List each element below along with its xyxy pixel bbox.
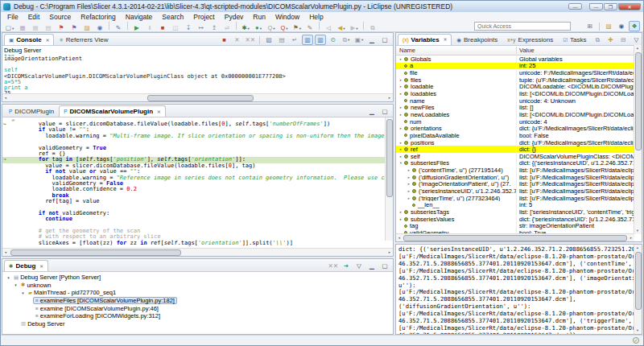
restore-window-button[interactable]: ❐ [604, 3, 617, 10]
connect-debugger-button[interactable]: ➜ [341, 261, 352, 271]
editor-tab-dicomplugin[interactable]: PDICOMPlugin [4, 105, 59, 117]
tree-expand-icon[interactable]: ▸ [398, 154, 404, 159]
variable-row[interactable]: ▸('triggerTime', u'') (277323464)list: [… [396, 195, 634, 202]
quick-access-input[interactable] [474, 22, 571, 31]
variable-row[interactable]: ▸orientationsdict: {u'F:/MedicalImages/S… [396, 125, 634, 132]
editor-body[interactable]: #↪ value = slicer.dicomDatabase.fileValu… [2, 117, 393, 248]
variable-row[interactable]: ▸('imageOrientationPatient', u'') (27.li… [396, 181, 634, 188]
tree-expand-icon[interactable]: ▸ [398, 92, 404, 96]
variable-row[interactable]: ▾subseriesFilesdict: {('seriesInstanceUI… [396, 160, 634, 167]
minimize-button[interactable]: ▁ [366, 261, 378, 271]
view-menu-button[interactable]: ▽ [630, 35, 642, 45]
variables-tab-breakpoints[interactable]: ◉Breakpoints [452, 34, 502, 45]
clear-console-button[interactable]: ▧ [263, 35, 275, 45]
debug-tree-item[interactable]: ▾✱unknown [4, 282, 393, 290]
remove-all-terminated-button[interactable]: ✕✕ [327, 261, 339, 271]
debug-tab-debug[interactable]: ✱Debug✕ [4, 260, 48, 271]
show-stdout-button[interactable]: ▥ [302, 35, 313, 45]
show-logical-structure-button[interactable]: ⧉ [592, 35, 603, 45]
variable-row[interactable]: ▸filestuple: (u'F:/MedicalImages/SlicerR… [396, 76, 634, 84]
variable-detail-text[interactable]: dict: {('seriesInstanceUID', u'1.2.246.3… [396, 245, 642, 334]
word-wrap-button[interactable]: ↵ [289, 35, 300, 45]
close-icon[interactable]: ✕ [444, 37, 448, 42]
variable-row[interactable]: ▸loadableslist: [<DICOMLib.DICOMPlugin.D… [396, 90, 634, 97]
variable-row[interactable]: pixelDataAvailablebool: False [396, 132, 634, 139]
variable-row[interactable]: tagstr: imageOrientationPatient [396, 222, 634, 229]
editor-vscrollbar[interactable] [385, 117, 393, 241]
console-tab-referrers-view[interactable]: ✳Referrers View [54, 34, 113, 45]
variable-row[interactable]: ▸positionsdict: {u'F:/MedicalImages/Slic… [396, 139, 634, 146]
minimize-window-button[interactable]: — [589, 3, 603, 10]
variable-row[interactable]: numunicode: 4 [396, 118, 634, 126]
display-console-dropdown[interactable]: ▣▾ [353, 35, 365, 45]
variable-row[interactable]: ▸loadableDICOMLoadable: <DICOMLib.DICOMP… [396, 84, 634, 91]
variables-hscrollbar[interactable]: ◂▸ [396, 233, 634, 241]
tree-expand-icon[interactable]: ▸ [398, 78, 404, 82]
debug-tree-item[interactable]: ≡examineFiles [DICOMScalarVolumePlugin.p… [4, 297, 393, 305]
view-menu-button[interactable]: ▽ [353, 261, 365, 271]
variable-row[interactable]: ▸refdict: {} [396, 146, 634, 153]
variable-row[interactable]: ▸subseriesTagslist: ['seriesInstanceUID'… [396, 208, 634, 216]
tree-expand-icon[interactable]: ▾ [398, 161, 404, 165]
tree-expand-icon[interactable]: ▸ [398, 126, 404, 130]
tree-expand-icon[interactable]: ▸ [406, 196, 412, 200]
variable-row[interactable]: ▸('seriesInstanceUID', u'1.2.246.352.7li… [396, 187, 634, 195]
tree-expand-icon[interactable]: ▸ [398, 147, 404, 151]
tree-expand-icon[interactable]: ▸ [398, 105, 404, 109]
close-icon[interactable]: ✕ [39, 264, 43, 269]
variable-row[interactable]: fileunicode: F:/MedicalImages/SlicerRt/d… [396, 69, 634, 76]
show-stderr-button[interactable]: ▥ [315, 35, 326, 45]
variables-tab-variables[interactable]: (x)Variables✕ [398, 34, 452, 45]
editor-tab-dicomscalarvolumeplugin[interactable]: PDICOMScalarVolumePlugin✕ [59, 105, 165, 117]
minimize-button[interactable]: ▁ [366, 35, 378, 45]
variable-row[interactable]: ▸newFileslist: [] [396, 104, 634, 111]
variables-tab-expressions[interactable]: x+yExpressions [502, 34, 558, 45]
close-icon[interactable]: ✕ [157, 109, 161, 114]
extra-window-button[interactable]: — [568, 3, 582, 10]
variable-row[interactable]: aint: 25 [396, 63, 634, 70]
debug-tree-item[interactable]: ▥Debug Server [4, 320, 393, 328]
variable-row[interactable]: nameunicode: 4: Unknown [396, 97, 634, 105]
variable-row[interactable]: ▸subseriesValuesdict: {'seriesInstanceUI… [396, 216, 634, 223]
column-header-value[interactable]: Value [517, 47, 634, 54]
tree-expand-icon[interactable]: ▸ [398, 210, 404, 214]
tree-expand-icon[interactable]: ▾ [6, 275, 11, 280]
editor-hscrollbar[interactable]: ◂▸ [2, 248, 393, 256]
console-tab-console[interactable]: ▣Console✕ [4, 34, 54, 45]
minimize-button[interactable]: ▁ [366, 106, 378, 117]
close-icon[interactable]: ✕ [46, 38, 50, 43]
code-line[interactable]: loadable.warning = "Multi-frame image. I… [2, 134, 386, 139]
tree-expand-icon[interactable]: ▸ [398, 217, 404, 221]
tree-expand-icon[interactable]: ▸ [406, 175, 412, 179]
tree-expand-icon[interactable]: ▸ [406, 168, 412, 172]
column-header-name[interactable]: Name [396, 47, 517, 54]
tree-expand-icon[interactable]: ▾ [20, 290, 26, 295]
maximize-button[interactable]: ▢ [379, 261, 390, 271]
variable-row[interactable]: ▸GlobalsGlobal variables [396, 56, 634, 63]
tree-expand-icon[interactable]: ▸ [406, 182, 412, 186]
code-line[interactable]: ref[tag] = value [2, 199, 386, 204]
variables-tab-tasks[interactable]: ☑Tasks [558, 34, 591, 45]
debug-tree-item[interactable]: ▾▰MainThread - pid727700_seq1 [4, 289, 393, 297]
debug-tree-item[interactable]: ▾▤Debug Server [Python Server] [4, 274, 393, 282]
debug-tree-item[interactable]: ≡examineForLoading [DICOMWidgets.py:312] [4, 312, 393, 320]
perspective-pydev-button[interactable]: ◉ [616, 21, 627, 31]
tree-expand-icon[interactable]: ▸ [406, 189, 412, 193]
code-line[interactable]: sliceAxes = [float(zz) for zz in ref[sel… [2, 241, 386, 246]
tree-expand-icon[interactable]: ▾ [13, 282, 19, 287]
pin-console-button[interactable]: ⊙ [328, 35, 339, 45]
remove-all-launches-button[interactable]: ✕✕ [244, 35, 256, 45]
perspective-debug-button[interactable]: ❖ [629, 21, 640, 31]
variable-row[interactable]: ▸('contentTime', u'') (277195144)list: [… [396, 167, 634, 174]
variable-row[interactable]: ▸('diffusionGradientOrientation', u'')li… [396, 174, 634, 181]
maximize-button[interactable]: ▢ [379, 106, 390, 117]
code-line[interactable]: continue [2, 216, 386, 222]
terminate-console-button[interactable]: ■ [218, 35, 229, 45]
code-area[interactable]: #↪ value = slicer.dicomDatabase.fileValu… [2, 117, 386, 248]
open-perspective-button[interactable]: ⊞ [584, 21, 596, 31]
maximize-button[interactable]: ▢ [379, 35, 390, 45]
variables-vscrollbar[interactable]: ▴▾ [634, 45, 642, 234]
tree-expand-icon[interactable]: ▸ [398, 84, 404, 89]
debug-tree-item[interactable]: ≡examine [DICOMScalarVolumePlugin.py:46] [4, 304, 393, 312]
variable-row[interactable]: __len__int: 5 [396, 201, 634, 208]
